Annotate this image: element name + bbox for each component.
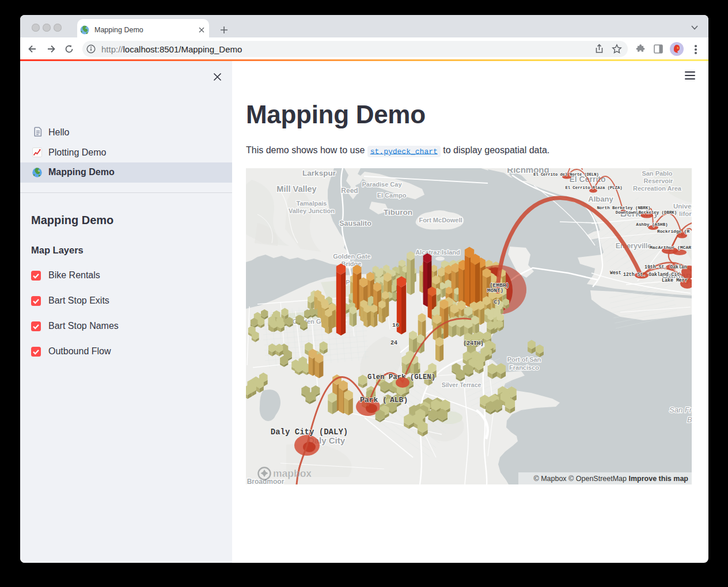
svg-text:Paradise Cay: Paradise Cay [362, 181, 402, 188]
svg-text:San Fr: San Fr [669, 406, 692, 414]
svg-text:El Cerrito del Norte (DELN): El Cerrito del Norte (DELN) [533, 172, 598, 177]
svg-text:Rockridge (R: Rockridge (R [657, 229, 689, 234]
svg-text:Silver Terrace: Silver Terrace [442, 381, 481, 388]
svg-text:16: 16 [392, 322, 399, 328]
svg-text:Ashby (ASHB): Ashby (ASHB) [636, 222, 668, 227]
svg-text:12th St. Oakland Cit: 12th St. Oakland Cit [623, 272, 680, 277]
svg-text:Daly City (DALY): Daly City (DALY) [271, 427, 348, 437]
svg-text:MacArthur (MCAR: MacArthur (MCAR [650, 245, 691, 250]
svg-text:B: B [687, 415, 692, 424]
svg-text:C): C) [494, 299, 500, 305]
svg-text:Golden Gate: Golden Gate [333, 253, 370, 260]
svg-text:North Berkeley (NBRK): North Berkeley (NBRK) [597, 206, 650, 210]
svg-text:Sausalito: Sausalito [339, 219, 371, 228]
svg-text:liforn: liforn [679, 210, 692, 217]
svg-text:West: West [610, 270, 621, 275]
svg-text:Reservoir: Reservoir [644, 177, 673, 184]
svg-text:Mill Valley: Mill Valley [276, 184, 316, 194]
svg-text:Albany: Albany [588, 195, 613, 203]
svg-text:24: 24 [390, 340, 397, 346]
svg-text:El Cerrito Plaza (PLZA): El Cerrito Plaza (PLZA) [565, 185, 622, 190]
svg-text:Larkspur: Larkspur [302, 169, 336, 177]
svg-text:Lake Merr: Lake Merr [662, 278, 688, 283]
svg-text:Recreation Area: Recreation Area [633, 185, 682, 192]
svg-text:ALB): ALB) [390, 396, 408, 404]
svg-text:Tamalpais: Tamalpais [297, 200, 327, 207]
svg-text:Reed: Reed [341, 187, 358, 195]
svg-text:Alcatraz Island: Alcatraz Island [415, 249, 460, 256]
svg-text:mapbox: mapbox [273, 468, 312, 479]
svg-text:MONT): MONT) [487, 287, 504, 294]
svg-text:© Mapbox © OpenStreetMap Impro: © Mapbox © OpenStreetMap Improve this ma… [533, 475, 688, 483]
svg-text:Universit: Universit [673, 203, 692, 210]
svg-text:Tiburon: Tiburon [384, 208, 412, 217]
svg-text:Port of San: Port of San [507, 356, 541, 363]
svg-text:San Pablo: San Pablo [642, 170, 672, 177]
svg-text:19th St. Oaklan: 19th St. Oaklan [644, 264, 687, 270]
svg-text:Downtown Berkeley (DBRK): Downtown Berkeley (DBRK) [616, 210, 677, 215]
svg-text:El Campo: El Campo [377, 192, 407, 199]
svg-text:Valley Junction: Valley Junction [289, 207, 335, 214]
svg-text:(24TH): (24TH) [463, 340, 484, 347]
svg-text:Francisco: Francisco [509, 364, 539, 371]
svg-text:Fort McDowell: Fort McDowell [419, 217, 462, 224]
svg-text:Park (: Park ( [360, 396, 387, 404]
